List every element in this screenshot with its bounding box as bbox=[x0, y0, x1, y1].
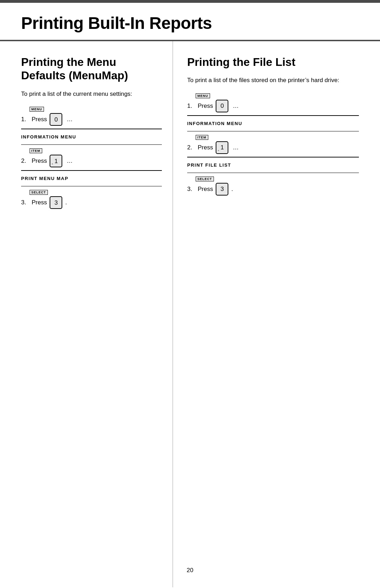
left-step-1-key-label: MENU bbox=[30, 107, 162, 112]
content-area: Printing the Menu Defaults (MenuMap) To … bbox=[0, 41, 380, 587]
left-step-3-line: 3. Press 3 . bbox=[21, 196, 162, 209]
left-step-1-divider-thick bbox=[21, 129, 162, 129]
right-step-3-key-button: 3 bbox=[216, 183, 228, 196]
page-title: Printing Built-In Reports bbox=[21, 13, 359, 33]
left-step-3-key-button: 3 bbox=[50, 196, 62, 209]
left-step-3-key-label: SELECT bbox=[30, 190, 162, 195]
left-step-1-key-button: 0 bbox=[50, 113, 62, 126]
right-step-1-ellipsis: … bbox=[233, 103, 239, 110]
right-step-1-key-label: MENU bbox=[196, 93, 359, 98]
right-step-3-key-label: SELECT bbox=[196, 177, 359, 181]
right-step-2-line: 2. Press 1 + … bbox=[187, 141, 359, 154]
left-step-2-divider-thick bbox=[21, 170, 162, 171]
left-step-2-line: 2. Press 1 + … bbox=[21, 155, 162, 167]
right-step-3-key-label-text: SELECT bbox=[196, 177, 214, 181]
left-step-2-divider-thin bbox=[21, 186, 162, 186]
page-number: 20 bbox=[0, 560, 380, 581]
right-step-3-press-text: Press bbox=[198, 186, 213, 193]
left-step-3: SELECT 3. Press 3 . bbox=[21, 190, 162, 209]
left-intro-text: To print a list of the current menu sett… bbox=[21, 89, 162, 99]
right-step-1-key-button: 0 bbox=[216, 100, 228, 112]
left-step-3-key-main: 3 bbox=[55, 200, 58, 206]
right-intro-text: To print a list of the files stored on t… bbox=[187, 76, 359, 85]
right-step-2-key-main: 1 bbox=[221, 144, 224, 150]
right-step-1-menu-name: INFORMATION MENU bbox=[187, 119, 359, 128]
left-step-1: MENU 1. Press 0 … INFORMATION MENU bbox=[21, 107, 162, 145]
right-step-2-ellipsis: … bbox=[233, 144, 239, 151]
left-step-1-key-main: 0 bbox=[55, 117, 58, 123]
right-step-3-period: . bbox=[231, 186, 233, 193]
right-step-2-key-sub: + bbox=[217, 149, 219, 152]
right-step-1-press-text: Press bbox=[198, 103, 213, 110]
right-step-3: SELECT 3. Press 3 . bbox=[187, 177, 359, 196]
left-step-3-press-text: Press bbox=[32, 199, 47, 206]
left-step-2-key-label-text: ITEM bbox=[30, 148, 42, 153]
left-step-2-key-button: 1 + bbox=[50, 155, 62, 167]
right-step-1-key-label-text: MENU bbox=[196, 93, 210, 98]
left-column: Printing the Menu Defaults (MenuMap) To … bbox=[21, 41, 173, 587]
left-step-3-key-label-text: SELECT bbox=[30, 190, 48, 195]
left-step-1-divider-thin bbox=[21, 144, 162, 145]
left-step-1-line: 1. Press 0 … bbox=[21, 113, 162, 126]
right-step-1-number: 1. bbox=[187, 103, 196, 110]
right-step-2-press-text: Press bbox=[198, 144, 213, 151]
left-step-2-key-main: 1 bbox=[55, 158, 58, 164]
right-step-1-key-main: 0 bbox=[221, 103, 224, 109]
right-step-1-divider-thin bbox=[187, 131, 359, 131]
right-step-3-number: 3. bbox=[187, 186, 196, 193]
left-section-heading: Printing the Menu Defaults (MenuMap) bbox=[21, 55, 162, 82]
left-step-1-key-label-text: MENU bbox=[30, 107, 44, 112]
right-step-3-line: 3. Press 3 . bbox=[187, 183, 359, 196]
left-step-2-key-sub: + bbox=[51, 163, 53, 166]
left-step-2-number: 2. bbox=[21, 157, 30, 165]
left-step-2-press-text: Press bbox=[32, 157, 47, 165]
left-step-1-menu-name: INFORMATION MENU bbox=[21, 132, 162, 142]
left-step-1-number: 1. bbox=[21, 116, 30, 123]
right-step-1-line: 1. Press 0 … bbox=[187, 100, 359, 112]
right-step-2-divider-thick bbox=[187, 157, 359, 157]
page-header: Printing Built-In Reports bbox=[0, 3, 380, 41]
right-step-2-key-button: 1 + bbox=[216, 141, 228, 154]
right-step-2-divider-thin bbox=[187, 173, 359, 173]
right-step-2-key-label-text: ITEM bbox=[196, 135, 208, 140]
left-step-1-ellipsis: … bbox=[66, 116, 72, 123]
left-step-1-press-text: Press bbox=[32, 116, 47, 123]
left-step-3-period: . bbox=[65, 199, 67, 206]
right-section-heading: Printing the File List bbox=[187, 55, 359, 69]
top-bar bbox=[0, 0, 380, 3]
right-step-2-menu-name: PRINT FILE LIST bbox=[187, 160, 359, 170]
left-step-2-menu-name: PRINT MENU MAP bbox=[21, 174, 162, 183]
right-step-2: ITEM 2. Press 1 + … PRINT FILE LIST bbox=[187, 135, 359, 173]
right-step-1: MENU 1. Press 0 … INFORMATION MENU bbox=[187, 93, 359, 131]
left-step-2-key-label: ITEM bbox=[30, 148, 162, 153]
right-step-2-number: 2. bbox=[187, 144, 196, 151]
left-step-2-ellipsis: … bbox=[66, 157, 72, 165]
right-step-2-key-label: ITEM bbox=[196, 135, 359, 140]
right-step-1-divider-thick bbox=[187, 115, 359, 116]
left-step-3-number: 3. bbox=[21, 199, 30, 206]
right-column: Printing the File List To print a list o… bbox=[173, 41, 359, 587]
right-step-3-key-main: 3 bbox=[221, 186, 224, 192]
left-step-2: ITEM 2. Press 1 + … PRINT MENU MAP bbox=[21, 148, 162, 186]
